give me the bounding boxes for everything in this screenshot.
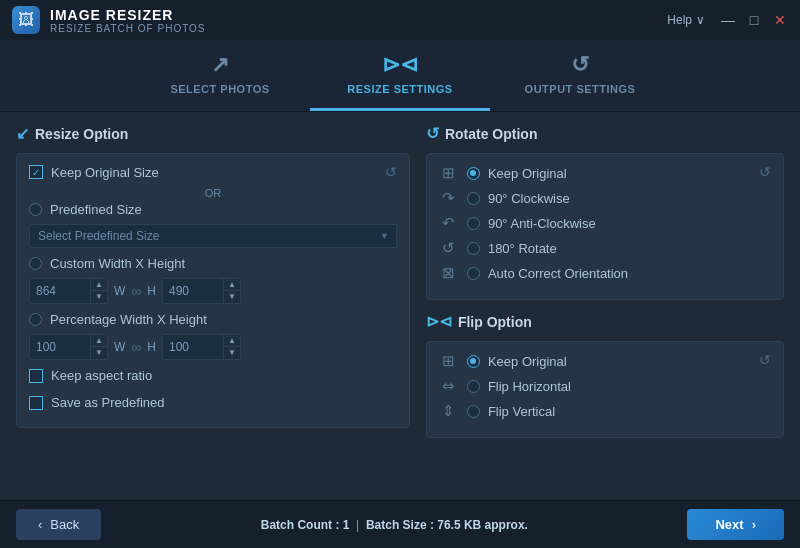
- custom-width-spinners: ▲ ▼: [90, 279, 107, 303]
- custom-width-down[interactable]: ▼: [91, 291, 107, 303]
- rotate-auto-radio[interactable]: [467, 267, 480, 280]
- predefined-select-wrapper: Select Predefined Size: [29, 224, 397, 248]
- app-subtitle: RESIZE BATCH OF PHOTOS: [50, 23, 206, 34]
- percent-wh-radio[interactable]: [29, 313, 42, 326]
- flip-options-box: ⊞ Keep Original ⇔ Flip Horizontal ⇕: [426, 341, 784, 438]
- rotate-keep-radio[interactable]: [467, 167, 480, 180]
- rotate-icon: ↺: [426, 124, 439, 143]
- output-settings-icon: ↺: [571, 52, 590, 78]
- percent-height-spinners: ▲ ▼: [223, 335, 240, 359]
- predefined-label[interactable]: Predefined Size: [50, 202, 142, 217]
- close-button[interactable]: ✕: [772, 12, 788, 28]
- percent-width-up[interactable]: ▲: [91, 335, 107, 347]
- keep-aspect-checkbox[interactable]: [29, 369, 43, 383]
- custom-width-up[interactable]: ▲: [91, 279, 107, 291]
- main-content: ↙ Resize Option Keep Original Size ↺ OR …: [0, 112, 800, 500]
- percent-width-input[interactable]: [30, 336, 90, 358]
- bottom-bar: ‹ Back Batch Count : 1 | Batch Size : 76…: [0, 500, 800, 548]
- predefined-select[interactable]: Select Predefined Size: [29, 224, 397, 248]
- percent-height-down[interactable]: ▼: [224, 347, 240, 359]
- flip-vertical-icon: ⇕: [439, 402, 459, 420]
- app-title: IMAGE RESIZER: [50, 7, 206, 23]
- bottom-checkboxes: Keep aspect ratio Save as Predefined: [29, 368, 397, 417]
- percent-width-group: ▲ ▼: [29, 334, 108, 360]
- help-button[interactable]: Help ∨: [667, 13, 705, 27]
- title-text: IMAGE RESIZER RESIZE BATCH OF PHOTOS: [50, 7, 206, 34]
- back-chevron-icon: ‹: [38, 517, 42, 532]
- save-predefined-label[interactable]: Save as Predefined: [51, 395, 164, 410]
- percent-width-spinners: ▲ ▼: [90, 335, 107, 359]
- flip-horizontal-icon: ⇔: [439, 377, 459, 395]
- custom-wh-label[interactable]: Custom Width X Height: [50, 256, 185, 271]
- percent-width-down[interactable]: ▼: [91, 347, 107, 359]
- custom-width-input[interactable]: [30, 280, 90, 302]
- custom-height-down[interactable]: ▼: [224, 291, 240, 303]
- rotate-auto-icon: ⊠: [439, 264, 459, 282]
- custom-height-up[interactable]: ▲: [224, 279, 240, 291]
- percent-wh-row: Percentage Width X Height: [29, 312, 397, 327]
- custom-width-group: ▲ ▼: [29, 278, 108, 304]
- batch-info: Batch Count : 1 | Batch Size : 76.5 KB a…: [261, 518, 528, 532]
- maximize-button[interactable]: □: [746, 12, 762, 28]
- back-button[interactable]: ‹ Back: [16, 509, 101, 540]
- custom-height-input[interactable]: [163, 280, 223, 302]
- resize-reset-button[interactable]: ↺: [385, 164, 397, 180]
- keep-original-checkbox[interactable]: [29, 165, 43, 179]
- rotate-90acw-radio[interactable]: [467, 217, 480, 230]
- tab-select-photos-label: SELECT PHOTOS: [170, 83, 269, 95]
- select-photos-icon: ↗: [211, 52, 230, 78]
- infinity-icon-2: ∞: [131, 339, 141, 355]
- keep-aspect-row: Keep aspect ratio: [29, 368, 397, 383]
- flip-horizontal-radio[interactable]: [467, 380, 480, 393]
- resize-panel-title: ↙ Resize Option: [16, 124, 410, 143]
- rotate-keep-icon: ⊞: [439, 164, 459, 182]
- flip-horizontal: ⇔ Flip Horizontal: [439, 377, 759, 395]
- rotate-keep-original: ⊞ Keep Original: [439, 164, 759, 182]
- flip-icon: ⊳⊲: [426, 312, 452, 331]
- flip-section: ⊳⊲ Flip Option ⊞ Keep Original ⇔: [426, 312, 784, 438]
- percent-wh-inputs: ▲ ▼ W ∞ H ▲ ▼: [29, 334, 397, 360]
- resize-option-icon: ↙: [16, 124, 29, 143]
- percent-height-up[interactable]: ▲: [224, 335, 240, 347]
- save-predefined-row: Save as Predefined: [29, 395, 397, 410]
- rotate-90cw-radio[interactable]: [467, 192, 480, 205]
- rotate-reset-button[interactable]: ↺: [759, 164, 771, 180]
- save-predefined-checkbox[interactable]: [29, 396, 43, 410]
- rotate-180-radio[interactable]: [467, 242, 480, 255]
- flip-vertical-radio[interactable]: [467, 405, 480, 418]
- flip-panel-title: ⊳⊲ Flip Option: [426, 312, 784, 331]
- custom-wh-radio[interactable]: [29, 257, 42, 270]
- flip-keep-icon: ⊞: [439, 352, 459, 370]
- app-icon: 🖼: [12, 6, 40, 34]
- tab-output-settings[interactable]: ↺ OUTPUT SETTINGS: [490, 40, 670, 111]
- tab-select-photos[interactable]: ↗ SELECT PHOTOS: [130, 40, 310, 111]
- tab-resize-settings[interactable]: ⊳⊲ RESIZE SETTINGS: [310, 40, 490, 111]
- rotate-options-list: ⊞ Keep Original ↷ 90° Clockwise ↶: [439, 164, 759, 289]
- resize-options-box: Keep Original Size ↺ OR Predefined Size …: [16, 153, 410, 428]
- rotate-90cw-icon: ↷: [439, 189, 459, 207]
- percent-w-label: W: [114, 340, 125, 354]
- tab-resize-settings-label: RESIZE SETTINGS: [347, 83, 452, 95]
- keep-original-row: Keep Original Size ↺: [29, 164, 397, 180]
- flip-vertical: ⇕ Flip Vertical: [439, 402, 759, 420]
- percent-height-input[interactable]: [163, 336, 223, 358]
- predefined-radio[interactable]: [29, 203, 42, 216]
- resize-panel: ↙ Resize Option Keep Original Size ↺ OR …: [16, 124, 410, 488]
- rotate-90cw: ↷ 90° Clockwise: [439, 189, 759, 207]
- title-bar-left: 🖼 IMAGE RESIZER RESIZE BATCH OF PHOTOS: [12, 6, 206, 34]
- resize-settings-icon: ⊳⊲: [382, 52, 419, 78]
- minimize-button[interactable]: —: [720, 12, 736, 28]
- custom-height-spinners: ▲ ▼: [223, 279, 240, 303]
- next-button[interactable]: Next ›: [687, 509, 784, 540]
- keep-original-label[interactable]: Keep Original Size: [51, 165, 159, 180]
- percent-wh-label[interactable]: Percentage Width X Height: [50, 312, 207, 327]
- flip-reset-button[interactable]: ↺: [759, 352, 771, 368]
- flip-keep-radio[interactable]: [467, 355, 480, 368]
- rotate-180-icon: ↺: [439, 239, 459, 257]
- rotate-90acw: ↶ 90° Anti-Clockwise: [439, 214, 759, 232]
- custom-h-label: H: [147, 284, 156, 298]
- custom-wh-inputs: ▲ ▼ W ∞ H ▲ ▼: [29, 278, 397, 304]
- predefined-row: Predefined Size: [29, 202, 397, 217]
- keep-aspect-label[interactable]: Keep aspect ratio: [51, 368, 152, 383]
- infinity-icon-1: ∞: [131, 283, 141, 299]
